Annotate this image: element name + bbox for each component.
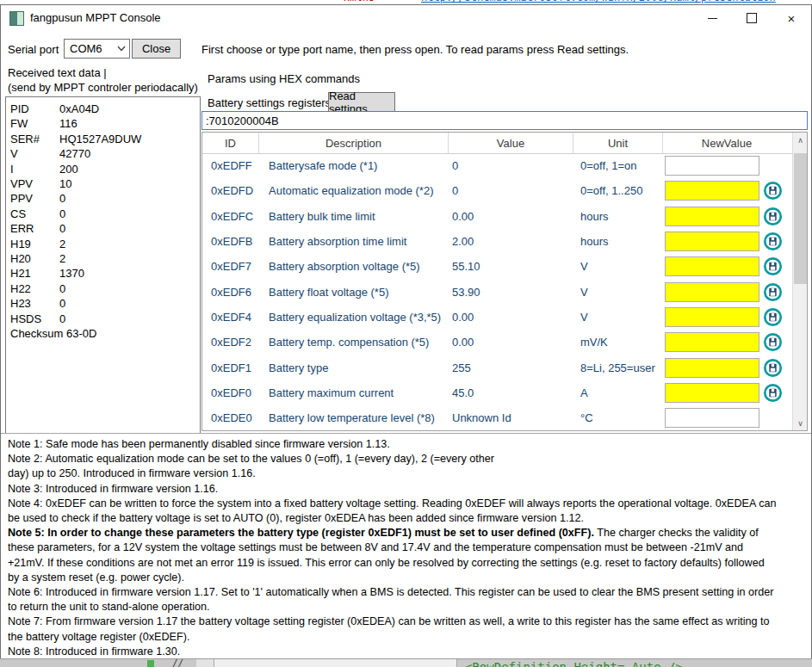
register-description: Battery bulk time limit (259, 210, 449, 223)
newvalue-input[interactable] (665, 282, 759, 302)
save-icon[interactable] (763, 256, 783, 276)
received-data-list[interactable]: PID0xA04D FW116 SER#HQ1527A9DUW V42770 I… (5, 96, 201, 434)
register-id: 0xEDF2 (202, 336, 259, 349)
register-id: 0xEDF7 (202, 260, 259, 273)
register-description: Automatic equalization mode (*2) (259, 184, 449, 197)
save-icon[interactable] (763, 282, 783, 302)
note-5-rest: The charger checks the validity of (594, 527, 759, 539)
register-unit: mV/K (573, 336, 663, 349)
close-port-button[interactable]: Close (132, 39, 181, 59)
field-key: SER# (6, 132, 59, 146)
table-row: 0xEDE0 Battery low temperature level (*8… (202, 405, 792, 430)
field-key: FW (6, 116, 59, 131)
checksum-line: Checksum 63-0D (6, 326, 200, 341)
scrollbar-thumb[interactable] (794, 153, 807, 284)
register-unit: hours (573, 210, 663, 223)
register-id: 0xEDFC (202, 210, 259, 223)
register-unit: °C (573, 411, 663, 424)
note-7-cont: the battery voltage register (0xEDEF). (8, 630, 811, 645)
newvalue-input[interactable] (665, 332, 759, 352)
close-window-button[interactable]: × (772, 5, 811, 31)
newvalue-input[interactable] (665, 181, 759, 201)
minimize-button[interactable] (692, 5, 732, 31)
title-bar: fangpusun MPPT Console × (1, 5, 811, 31)
save-icon[interactable] (763, 232, 783, 251)
header-value: Value (449, 133, 573, 153)
scroll-up-icon[interactable]: ∧ (793, 133, 808, 147)
note-5-cont: by a system reset (e.g. power cycle). (8, 571, 811, 585)
serial-port-combobox[interactable]: COM6 (64, 39, 130, 59)
register-unit: V (573, 260, 663, 273)
background-xaml-code: <RowDefinition Height= Auto /> (465, 660, 683, 667)
note-5: Note 5: In order to change these paramet… (8, 526, 811, 540)
table-row: 0xEDF0 Battery maximum current 45.0 A (202, 380, 792, 405)
newvalue-input[interactable] (665, 256, 759, 276)
window-controls: × (692, 5, 811, 31)
list-item: V42770 (6, 146, 200, 161)
list-item: ERR0 (6, 221, 200, 236)
note-4: Note 4: 0xEDEF can be written to force t… (8, 497, 811, 511)
newvalue-input[interactable] (665, 408, 759, 428)
field-key: H22 (6, 281, 59, 296)
field-value: 0 (59, 191, 200, 206)
checksum-value: Checksum 63-0D (6, 326, 96, 341)
field-key: I (6, 162, 59, 176)
field-key: H21 (6, 266, 59, 281)
register-id: 0xEDF4 (202, 311, 259, 324)
save-icon[interactable] (763, 207, 783, 226)
newvalue-input[interactable] (665, 156, 759, 176)
header-unit: Unit (573, 133, 663, 153)
received-data-subtitle: (send by MPPT controler periodacally) (8, 81, 198, 94)
list-item: I200 (6, 162, 200, 176)
list-item: VPV10 (6, 176, 200, 191)
register-id: 0xEDFD (202, 184, 259, 197)
register-id: 0xEDFB (202, 235, 259, 248)
field-key: HSDS (6, 312, 59, 326)
table-scrollbar[interactable]: ∧ ∨ (792, 133, 807, 430)
notes-panel: Note 1: Safe mode has been permanently d… (1, 433, 811, 658)
register-id: 0xEDF1 (202, 361, 259, 374)
read-settings-button[interactable]: Read settings (328, 92, 395, 112)
save-icon[interactable] (763, 358, 783, 378)
list-item: FW116 (6, 116, 200, 131)
scroll-down-icon[interactable]: ∨ (793, 416, 808, 430)
newvalue-input[interactable] (665, 207, 759, 226)
params-title: Params using HEX commands (208, 72, 360, 85)
register-unit: 0=off, 1..250 (573, 184, 663, 197)
field-key: V (6, 146, 59, 161)
register-description: Battery equalization voltage (*3,*5) (259, 311, 449, 324)
maximize-button[interactable] (732, 5, 772, 31)
field-key: CS (6, 207, 59, 221)
table-row: 0xEDF4 Battery equalization voltage (*3,… (202, 305, 792, 330)
background-comment: // (172, 658, 183, 667)
register-id: 0xEDE0 (202, 411, 259, 424)
newvalue-input[interactable] (665, 307, 759, 327)
field-value: 0 (59, 312, 200, 326)
header-newvalue: NewValue (663, 133, 790, 153)
save-icon[interactable] (763, 181, 783, 201)
field-key: PID (6, 102, 59, 116)
list-item: H220 (6, 281, 200, 296)
register-value: 255 (449, 361, 573, 374)
field-key: H23 (6, 296, 59, 311)
save-icon[interactable] (763, 332, 783, 352)
note-1: Note 1: Safe mode has been permanently d… (8, 437, 811, 452)
register-id: 0xEDF6 (202, 286, 259, 299)
note-2-cont: day) up to 250. Introduced in firmware v… (8, 466, 811, 481)
hex-command-input[interactable] (201, 111, 808, 130)
register-description: Battery temp. compensation (*5) (259, 336, 449, 349)
note-2: Note 2: Automatic equalization mode can … (8, 452, 811, 466)
newvalue-input[interactable] (665, 383, 759, 403)
register-unit: hours (573, 235, 663, 248)
table-row: 0xEDF7 Battery absorption voltage (*5) 5… (202, 254, 792, 279)
window-title: fangpusun MPPT Console (30, 11, 161, 24)
save-icon[interactable] (763, 307, 783, 327)
tab-battery-settings-registers[interactable]: Battery settings registers (208, 96, 331, 109)
field-value: 116 (59, 116, 200, 131)
newvalue-input[interactable] (665, 358, 759, 378)
note-6-cont: to return the unit to stand-alone operat… (8, 600, 811, 615)
newvalue-input[interactable] (665, 232, 759, 251)
field-key: VPV (6, 176, 59, 191)
field-key: ERR (6, 221, 59, 236)
save-icon[interactable] (763, 383, 783, 403)
